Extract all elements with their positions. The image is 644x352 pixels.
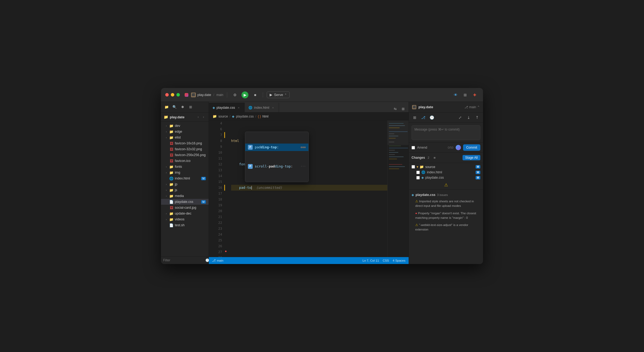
warning-icon: ⚠ — [444, 182, 448, 187]
amend-checkbox[interactable] — [412, 146, 415, 149]
sidebar-item-favicon256[interactable]: 🖼 favicon-256x256.png — [161, 152, 209, 158]
window-button[interactable]: ⊞ — [461, 91, 469, 98]
sidebar-filter-bar: 🕐 ⚙ — [161, 256, 209, 264]
changes-count: 2 — [428, 156, 429, 159]
item-label: videos — [175, 217, 206, 221]
editor-area: ◆ playdate.css × 🌐 index.html × ⇆ ⊞ 📁 so… — [209, 102, 409, 264]
line-num-17: 17 — [209, 191, 224, 196]
file-checkbox[interactable] — [416, 171, 420, 174]
rp-commit-footer: Amend 0/50 Commit — [409, 143, 483, 153]
sidebar-item-elist[interactable]: › 📁 elist — [161, 135, 209, 140]
code-editor[interactable]: 4 6 7 8 9 10 11 12 13 14 15 16 17 18 — [209, 120, 387, 257]
sidebar-item-img[interactable]: › 📁 img — [161, 170, 209, 175]
plus-button[interactable]: ✚ — [471, 91, 479, 98]
eye-button[interactable]: 👁 — [452, 91, 460, 98]
rp-push-btn[interactable]: ⤒ — [473, 114, 481, 121]
sidebar-search-btn[interactable]: 🔍 — [171, 104, 178, 111]
sidebar-item-jp[interactable]: › 📁 jp — [161, 181, 209, 187]
chevron-icon: › — [165, 195, 168, 198]
status-spaces[interactable]: 4 Spaces — [393, 259, 405, 262]
rp-branch-btn[interactable]: ⎇ — [420, 114, 427, 121]
rp-folder-source[interactable]: ▾ 📁 source M — [409, 164, 483, 170]
sidebar-item-testsh[interactable]: 📄 test.sh — [161, 222, 209, 228]
rp-clock-btn[interactable]: 🕐 — [428, 114, 435, 121]
rp-grid-btn[interactable]: ⊞ — [411, 114, 418, 121]
tab-close-btn[interactable]: × — [236, 106, 241, 110]
rp-issues-header[interactable]: ◆ playdate.css 3 issues — [409, 192, 483, 198]
sidebar-folder-btn[interactable]: 📁 — [163, 104, 170, 111]
commit-message-input[interactable] — [412, 125, 480, 140]
autocomplete-item-1[interactable]: P scroll-padding-top: ··· — [245, 163, 308, 170]
rp-file-indexhtml[interactable]: 🌐 index.html M — [409, 170, 483, 175]
branch-label: main — [217, 259, 223, 262]
divider — [227, 92, 227, 98]
editor-with-minimap: 4 6 7 8 9 10 11 12 13 14 15 16 17 18 — [209, 120, 409, 257]
image-icon: 🖼 — [169, 159, 173, 163]
nav-forward-btn[interactable]: › — [201, 115, 206, 119]
sidebar-item-playdatecss[interactable]: 📄 playdate.css M — [161, 199, 209, 205]
run-button[interactable]: ▶ — [242, 91, 248, 98]
sidebar-project-header[interactable]: 📁 play.date ‹ › — [161, 112, 209, 122]
status-branch[interactable]: ⎇ main — [212, 259, 223, 262]
tools-button[interactable]: ⚙ — [231, 91, 239, 98]
filter-input[interactable] — [163, 258, 203, 262]
commit-button[interactable]: Commit — [463, 144, 480, 151]
html-breadcrumb-icon: { } — [258, 115, 261, 118]
chevron-icon: › — [165, 183, 168, 186]
tab-close-btn[interactable]: × — [271, 106, 275, 110]
sidebar-asterisk-btn[interactable]: ✱ — [179, 104, 186, 111]
stop-button[interactable]: ■ — [251, 91, 259, 98]
minimize-button[interactable] — [171, 93, 174, 97]
autocomplete-popup[interactable]: P padding-top: ●●● P scroll-padding-top:… — [245, 132, 309, 182]
line-num-27: 27 — [209, 249, 224, 255]
sort-changes-btn[interactable]: ≡ — [431, 154, 438, 161]
sidebar-item-favicon32[interactable]: 🖼 favicon-32x32.png — [161, 146, 209, 152]
folder-checkbox[interactable] — [412, 165, 415, 169]
nav-back-btn[interactable]: ‹ — [196, 115, 201, 119]
code-content[interactable]: html font-size: 3.8px; pad-to (uncommitt… — [229, 120, 387, 257]
sidebar-item-fonts[interactable]: › 📁 fonts — [161, 164, 209, 170]
project-name: play.date — [197, 93, 211, 97]
app-window: ⬛ play.date / main ⚙ ▶ ■ ▶ Serve ⌃ 👁 ⊞ ✚… — [161, 88, 483, 264]
serve-button[interactable]: ▶ Serve ⌃ — [267, 91, 290, 98]
autocomplete-item-0[interactable]: P padding-top: ●●● — [245, 144, 308, 151]
sidebar-item-videos[interactable]: › 📁 videos — [161, 216, 209, 222]
folder-breadcrumb-icon: 📁 — [213, 114, 217, 118]
code-text: pad-to — [231, 185, 251, 191]
status-ln-col[interactable]: Ln 7, Col 11 — [362, 259, 379, 262]
sidebar-item-favicon16[interactable]: 🖼 favicon-16x16.png — [161, 140, 209, 146]
css-breadcrumb-icon: ◆ — [232, 115, 234, 118]
divider-2 — [263, 92, 263, 98]
layout-btn[interactable]: ⊞ — [400, 105, 406, 112]
rp-expand-btn[interactable]: ⤢ — [456, 114, 464, 121]
stage-all-button[interactable]: Stage All — [463, 155, 480, 160]
chevron-icon: › — [165, 165, 168, 168]
sidebar-item-updatedec[interactable]: › 📁 update-dec — [161, 211, 209, 216]
breadcrumb-source: source — [218, 115, 228, 118]
rp-branch-selector[interactable]: ⎇ main ⌃ — [464, 105, 480, 109]
css-tab-icon: ◆ — [213, 106, 215, 110]
tab-label: playdate.css — [217, 106, 235, 110]
rp-fetch-btn[interactable]: ⤓ — [465, 114, 472, 121]
tab-indexhtml[interactable]: 🌐 index.html × — [245, 103, 279, 112]
status-lang[interactable]: CSS — [383, 259, 389, 262]
file-checkbox[interactable] — [416, 176, 420, 179]
issue-text-1: Property "mrgan" doesn't exist. The clos… — [415, 212, 476, 219]
sidebar-grid-btn[interactable]: ⊞ — [187, 104, 194, 111]
tab-playdatecss[interactable]: ◆ playdate.css × — [209, 103, 245, 112]
rp-file-playdatecss[interactable]: ◆ playdate.css M — [409, 175, 483, 180]
sidebar-item-js[interactable]: › 📁 js — [161, 187, 209, 193]
rp-right-btns: ⤢ ⤓ ⤒ — [456, 114, 481, 121]
maximize-button[interactable] — [176, 93, 180, 97]
sidebar-item-media[interactable]: › 📁 media — [161, 193, 209, 199]
sidebar-item-indexhtml[interactable]: 🌐 index.html M — [161, 175, 209, 181]
sidebar-item-faviconico[interactable]: 🖼 favicon.ico — [161, 158, 209, 164]
chevron-icon: › — [165, 136, 168, 139]
project-title: ⬛ play.date / main — [191, 93, 223, 97]
sidebar-item-socialcard[interactable]: 🖼 social-card.jpg — [161, 205, 209, 211]
close-button[interactable] — [165, 93, 169, 97]
breadcrumb: 📁 source / ◆ playdate.css / { } html — [209, 112, 409, 120]
sidebar-item-edge[interactable]: › 📁 edge — [161, 129, 209, 135]
sidebar-item-dev[interactable]: › 📁 dev — [161, 123, 209, 129]
split-editor-btn[interactable]: ⇆ — [392, 105, 399, 112]
